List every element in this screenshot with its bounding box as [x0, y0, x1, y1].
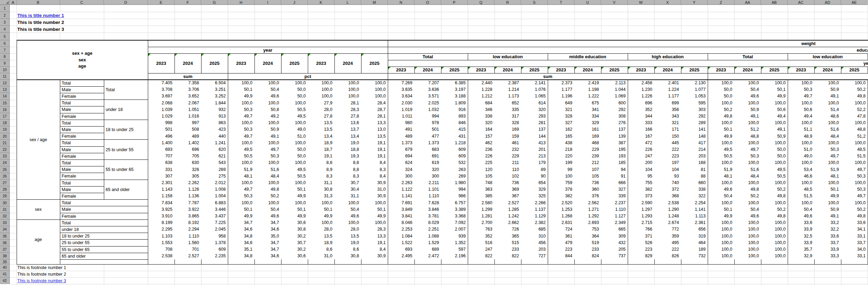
- data-cell[interactable]: 293: [521, 113, 548, 120]
- data-cell[interactable]: 49,5: [228, 146, 254, 153]
- data-cell[interactable]: 1.214: [494, 86, 521, 93]
- data-cell[interactable]: 50,6: [788, 106, 814, 113]
- data-cell[interactable]: 360: [574, 186, 601, 193]
- data-cell[interactable]: 205: [601, 246, 628, 253]
- data-cell[interactable]: 1.198: [574, 86, 601, 93]
- data-cell[interactable]: 50,5: [228, 153, 254, 159]
- data-cell[interactable]: 7.405: [148, 80, 175, 86]
- data-cell[interactable]: 1.400: [148, 140, 175, 146]
- data-cell[interactable]: 100,0: [308, 93, 334, 100]
- data-cell[interactable]: 532: [441, 159, 468, 166]
- data-cell[interactable]: 269: [201, 166, 228, 173]
- row-header-cell[interactable]: 15: [0, 100, 10, 106]
- data-cell[interactable]: 3.252: [201, 93, 228, 100]
- data-cell[interactable]: 3.922: [175, 206, 201, 213]
- data-cell[interactable]: 50,1: [228, 206, 254, 213]
- data-cell[interactable]: 169: [494, 126, 521, 133]
- row-header-cell[interactable]: 4: [0, 26, 10, 33]
- data-cell[interactable]: 27,9: [308, 100, 334, 106]
- data-cell[interactable]: 100,0: [734, 180, 761, 186]
- data-cell[interactable]: 1.241: [201, 140, 228, 146]
- column-header-cell[interactable]: R: [494, 0, 521, 5]
- data-cell[interactable]: 8,6: [334, 246, 361, 253]
- data-cell[interactable]: 1.553: [148, 240, 175, 246]
- data-cell[interactable]: 986: [441, 193, 468, 199]
- data-cell[interactable]: 100,0: [708, 200, 734, 206]
- data-cell[interactable]: 31,0: [308, 253, 334, 259]
- data-cell[interactable]: 666: [601, 180, 628, 186]
- data-cell[interactable]: 2.211: [414, 180, 441, 186]
- data-cell[interactable]: 100,0: [334, 93, 361, 100]
- data-cell[interactable]: 501: [148, 126, 175, 133]
- data-cell[interactable]: 7.358: [175, 80, 201, 86]
- data-cell[interactable]: 7.834: [148, 200, 175, 206]
- data-cell[interactable]: 292: [601, 106, 628, 113]
- stub-age-cell[interactable]: under 18: [60, 226, 148, 233]
- data-cell[interactable]: 32,5: [788, 233, 814, 240]
- data-cell[interactable]: 222: [654, 146, 681, 153]
- data-cell[interactable]: 148: [681, 133, 708, 140]
- data-cell[interactable]: 19,0: [334, 240, 361, 246]
- data-cell[interactable]: 33,7: [841, 240, 868, 246]
- data-cell[interactable]: 100,0: [814, 200, 841, 206]
- data-cell[interactable]: 100,0: [788, 200, 814, 206]
- title-1-link[interactable]: This is title number 1: [17, 13, 64, 18]
- data-cell[interactable]: 50,1: [308, 206, 334, 213]
- header-group-total-2[interactable]: Total: [708, 53, 788, 60]
- data-cell[interactable]: 247: [628, 153, 654, 159]
- data-cell[interactable]: 100,0: [228, 159, 254, 166]
- data-cell[interactable]: 2.580: [468, 200, 494, 206]
- year-header-cell[interactable]: 2025: [521, 67, 548, 73]
- data-cell[interactable]: 34,6: [228, 240, 254, 246]
- data-cell[interactable]: 7.225: [201, 219, 228, 226]
- year-header-cell[interactable]: 2023: [788, 67, 814, 73]
- footnote-3-link[interactable]: This is footnote number 3: [17, 278, 66, 283]
- data-cell[interactable]: 2.294: [175, 226, 201, 233]
- data-cell[interactable]: 275: [201, 173, 228, 180]
- data-cell[interactable]: 100,0: [841, 140, 868, 146]
- data-cell[interactable]: 229: [494, 153, 521, 159]
- data-cell[interactable]: 461: [494, 140, 521, 146]
- data-cell[interactable]: 33,7: [814, 240, 841, 246]
- data-cell[interactable]: 998: [148, 120, 175, 126]
- data-cell[interactable]: 2.012: [201, 180, 228, 186]
- data-cell[interactable]: 51,5: [788, 193, 814, 199]
- data-cell[interactable]: 100,0: [761, 253, 788, 259]
- header-pct-left[interactable]: pct: [228, 73, 388, 80]
- data-cell[interactable]: 515: [494, 240, 521, 246]
- data-cell[interactable]: 1.230: [628, 86, 654, 93]
- data-cell[interactable]: 619: [414, 159, 441, 166]
- data-cell[interactable]: 212: [574, 159, 601, 166]
- data-cell[interactable]: 1.077: [681, 86, 708, 93]
- stub-sex-cell[interactable]: Male: [60, 106, 104, 113]
- header-education[interactable]: education: [388, 47, 868, 53]
- data-cell[interactable]: 100,0: [361, 86, 388, 93]
- data-cell[interactable]: 7.092: [441, 219, 468, 226]
- data-cell[interactable]: 100,0: [788, 159, 814, 166]
- data-cell[interactable]: 2.361: [681, 219, 708, 226]
- stub-sex-cell[interactable]: Male: [60, 166, 104, 173]
- data-cell[interactable]: 2.251: [414, 226, 441, 233]
- stub-age-cell[interactable]: 25 to under 55: [104, 140, 148, 160]
- year-header-cell[interactable]: 2024: [175, 53, 201, 73]
- data-cell[interactable]: 675: [574, 100, 601, 106]
- data-cell[interactable]: 3.846: [414, 206, 441, 213]
- data-cell[interactable]: 49,6: [254, 93, 281, 100]
- data-cell[interactable]: 33,1: [841, 233, 868, 240]
- data-cell[interactable]: 164: [468, 126, 494, 133]
- column-header-cell[interactable]: U: [574, 0, 601, 5]
- year-header-cell[interactable]: 2023: [388, 67, 414, 73]
- data-cell[interactable]: 50,2: [761, 206, 788, 213]
- column-header-cell[interactable]: X: [654, 0, 681, 5]
- data-cell[interactable]: 19,1: [361, 140, 388, 146]
- year-header-cell[interactable]: 2023: [708, 67, 734, 73]
- data-cell[interactable]: 665: [601, 226, 628, 233]
- data-cell[interactable]: 28,0: [308, 106, 334, 113]
- row-header-cell[interactable]: 31: [0, 206, 10, 213]
- data-cell[interactable]: 1.242: [494, 213, 521, 219]
- data-cell[interactable]: 28,1: [361, 113, 388, 120]
- data-cell[interactable]: 363: [468, 186, 494, 193]
- header-group-middle-education[interactable]: middle education: [548, 53, 628, 60]
- data-cell[interactable]: 1.177: [548, 86, 574, 93]
- column-header-cell[interactable]: O: [414, 0, 441, 5]
